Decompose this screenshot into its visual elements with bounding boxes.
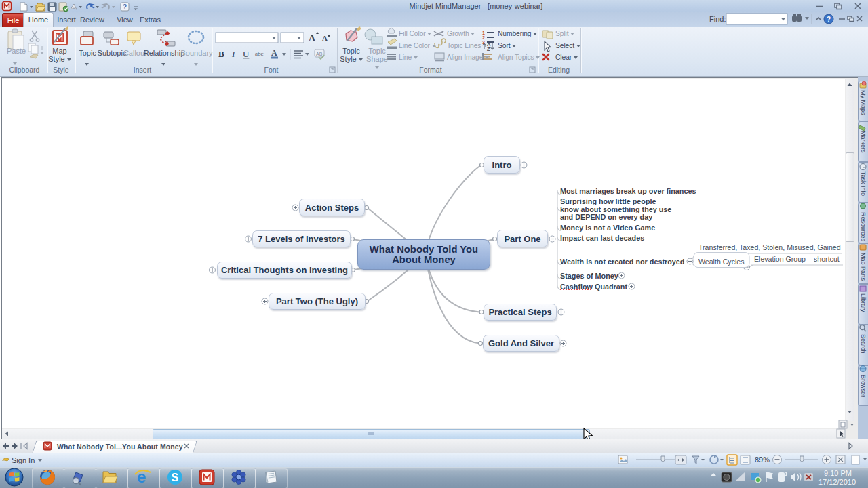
- svg-text:?: ?: [827, 16, 831, 23]
- svg-text:89%: 89%: [755, 455, 770, 464]
- svg-text:17/12/2010: 17/12/2010: [818, 478, 856, 486]
- svg-text:Sign In: Sign In: [12, 456, 35, 464]
- svg-text:?: ?: [123, 3, 127, 11]
- svg-text:Find:: Find:: [709, 15, 726, 23]
- svg-text:S: S: [172, 472, 179, 483]
- svg-text:9:10 PM: 9:10 PM: [824, 469, 852, 477]
